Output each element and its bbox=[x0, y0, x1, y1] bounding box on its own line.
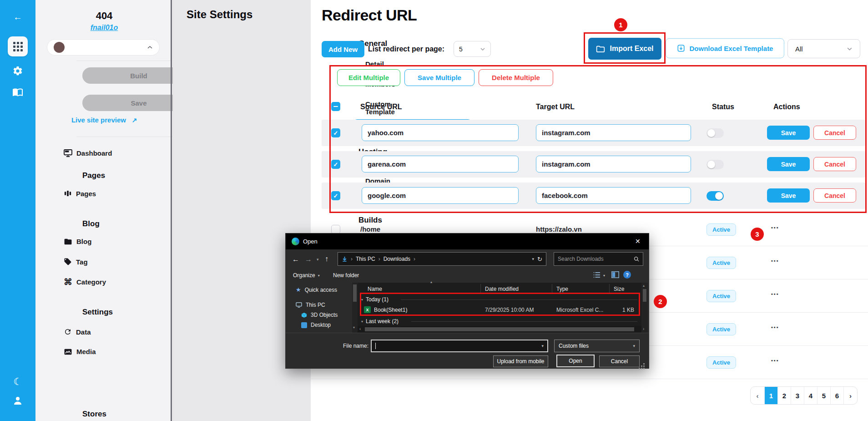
per-page-value: 5 bbox=[459, 46, 463, 53]
per-page-label: List redirect per page: bbox=[368, 45, 444, 53]
close-icon[interactable]: ✕ bbox=[635, 238, 641, 245]
site-panel: 404 fnail01o Build Save Live site previe… bbox=[35, 0, 173, 421]
preview-pane-icon[interactable] bbox=[611, 271, 619, 278]
apps-grid-button[interactable] bbox=[8, 36, 28, 56]
per-page-select[interactable]: 5 bbox=[454, 41, 491, 57]
file-name-input[interactable]: ▾ bbox=[371, 340, 548, 352]
scroll-up-icon[interactable]: ▴ bbox=[643, 284, 645, 288]
tag-icon bbox=[64, 258, 72, 266]
row-menu-icon[interactable]: ••• bbox=[771, 225, 779, 230]
breadcrumb-this-pc[interactable]: This PC bbox=[356, 256, 375, 262]
scroll-left-icon[interactable]: ‹ bbox=[359, 326, 361, 331]
open-button[interactable]: Open bbox=[556, 355, 595, 367]
search-box[interactable]: Search Downloads bbox=[554, 252, 643, 266]
refresh-icon[interactable]: ↻ bbox=[537, 256, 542, 263]
docs-book-button[interactable] bbox=[0, 86, 35, 99]
add-new-button[interactable]: Add New bbox=[322, 41, 364, 57]
sidebar-item-category[interactable]: ⌘ Category bbox=[64, 278, 106, 286]
nav-up-icon[interactable]: ↑ bbox=[325, 255, 328, 263]
panel-scrollbar[interactable] bbox=[171, 0, 172, 421]
sidebar-quick-access[interactable]: ★ Quick access bbox=[296, 286, 337, 293]
sidebar-item-label: Data bbox=[76, 328, 91, 336]
column-type[interactable]: Type bbox=[556, 286, 568, 292]
nav-back-icon[interactable]: ← bbox=[292, 255, 299, 264]
nav-forward-icon[interactable]: → bbox=[305, 255, 312, 264]
new-folder-button[interactable]: New folder bbox=[333, 272, 359, 279]
nav-history-caret-icon[interactable]: ▾ bbox=[317, 257, 319, 262]
text-cursor bbox=[375, 343, 376, 349]
sidebar-scrollbar[interactable]: ▾ bbox=[352, 283, 358, 333]
resize-grip[interactable] bbox=[643, 363, 645, 365]
pagination-page-3[interactable]: 3 bbox=[791, 387, 804, 404]
scroll-right-icon[interactable]: › bbox=[643, 326, 644, 331]
dialog-title-bar[interactable]: Open ✕ bbox=[286, 233, 649, 249]
pagination-page-5[interactable]: 5 bbox=[817, 387, 830, 404]
status-badge: Active bbox=[707, 290, 736, 302]
avatar bbox=[54, 42, 65, 53]
column-name[interactable]: Name bbox=[368, 286, 382, 292]
address-dropdown-caret-icon[interactable]: ▾ bbox=[532, 257, 535, 261]
breadcrumb-downloads[interactable]: Downloads bbox=[384, 256, 410, 262]
source-url-text: /home bbox=[360, 225, 380, 233]
file-type-select[interactable]: Custom files ▾ bbox=[554, 340, 640, 352]
section-heading-settings: Settings bbox=[82, 308, 113, 317]
live-site-preview-link[interactable]: Live site preview bbox=[71, 116, 126, 124]
site-name-link[interactable]: fnail01o bbox=[91, 24, 118, 31]
pagination-page-4[interactable]: 4 bbox=[804, 387, 817, 404]
back-arrow-icon[interactable]: ← bbox=[0, 12, 35, 22]
file-name-label: File name: bbox=[340, 343, 368, 349]
pagination-page-2[interactable]: 2 bbox=[777, 387, 791, 404]
download-excel-template-button[interactable]: Download Excel Template bbox=[666, 38, 784, 58]
pagination-page-1[interactable]: 1 bbox=[764, 387, 777, 404]
user-icon bbox=[12, 395, 23, 406]
settings-gear-button[interactable] bbox=[0, 66, 35, 78]
row-menu-icon[interactable]: ••• bbox=[771, 358, 779, 363]
list-scrollbar[interactable]: ▴ › bbox=[641, 283, 648, 333]
sidebar-item-label: Tag bbox=[76, 258, 88, 266]
view-caret-icon[interactable]: ▾ bbox=[603, 274, 605, 278]
column-size[interactable]: Size bbox=[614, 286, 624, 292]
row-menu-icon[interactable]: ••• bbox=[771, 258, 779, 264]
page-title: Redirect URL bbox=[322, 6, 417, 24]
pagination-next[interactable]: › bbox=[843, 387, 857, 404]
desktop-icon bbox=[301, 322, 307, 328]
profile-dropdown[interactable] bbox=[47, 39, 160, 56]
sidebar-desktop[interactable]: Desktop bbox=[301, 322, 331, 328]
sidebar-item-media[interactable]: Media bbox=[64, 348, 96, 355]
pagination-page-6[interactable]: 6 bbox=[830, 387, 843, 404]
group-header-last-week[interactable]: ▾ Last week (2) bbox=[361, 318, 399, 325]
sort-caret-icon: ▴ bbox=[430, 280, 432, 284]
media-image-icon bbox=[64, 348, 72, 355]
column-date-modified[interactable]: Date modified bbox=[485, 286, 519, 292]
sidebar-item-blog[interactable]: Blog bbox=[64, 238, 91, 245]
site-error-title: 404 bbox=[35, 10, 173, 22]
sidebar-3d-objects[interactable]: 3D Objects bbox=[301, 312, 338, 318]
horizontal-scrollbar[interactable]: ‹ bbox=[358, 326, 641, 332]
sidebar-item-dashboard[interactable]: Dashboard bbox=[64, 149, 112, 157]
refresh-icon bbox=[64, 328, 72, 336]
cancel-button[interactable]: Cancel bbox=[599, 355, 640, 367]
sidebar-item-data[interactable]: Data bbox=[64, 328, 91, 336]
address-bar[interactable]: › This PC › Downloads › ▾ ↻ bbox=[338, 252, 546, 266]
account-button[interactable] bbox=[0, 395, 35, 408]
organize-menu[interactable]: Organize ▾ bbox=[293, 272, 320, 279]
status-filter-select[interactable]: All bbox=[787, 39, 860, 58]
help-icon[interactable]: ? bbox=[623, 271, 631, 279]
scroll-down-icon[interactable]: ▾ bbox=[353, 325, 355, 330]
row-checkbox[interactable] bbox=[331, 225, 340, 234]
chevron-down-icon bbox=[847, 47, 853, 51]
annotation-box-file bbox=[360, 293, 640, 316]
pagination-prev[interactable]: ‹ bbox=[751, 387, 764, 404]
sidebar-item-label: Pages bbox=[76, 190, 96, 198]
dark-mode-moon-icon[interactable]: ☾ bbox=[0, 376, 35, 388]
sidebar-item-pages[interactable]: Pages bbox=[64, 189, 96, 198]
list-view-icon[interactable] bbox=[593, 272, 601, 278]
row-menu-icon[interactable]: ••• bbox=[771, 291, 779, 297]
download-excel-template-label: Download Excel Template bbox=[690, 45, 773, 52]
upload-from-mobile-button[interactable]: Upload from mobile bbox=[493, 355, 548, 367]
row-menu-icon[interactable]: ••• bbox=[771, 325, 779, 330]
sidebar-this-pc[interactable]: This PC bbox=[296, 302, 325, 308]
sidebar-item-tag[interactable]: Tag bbox=[64, 258, 88, 266]
organize-caret-icon: ▾ bbox=[318, 274, 320, 278]
group-label: Last week (2) bbox=[366, 318, 399, 325]
